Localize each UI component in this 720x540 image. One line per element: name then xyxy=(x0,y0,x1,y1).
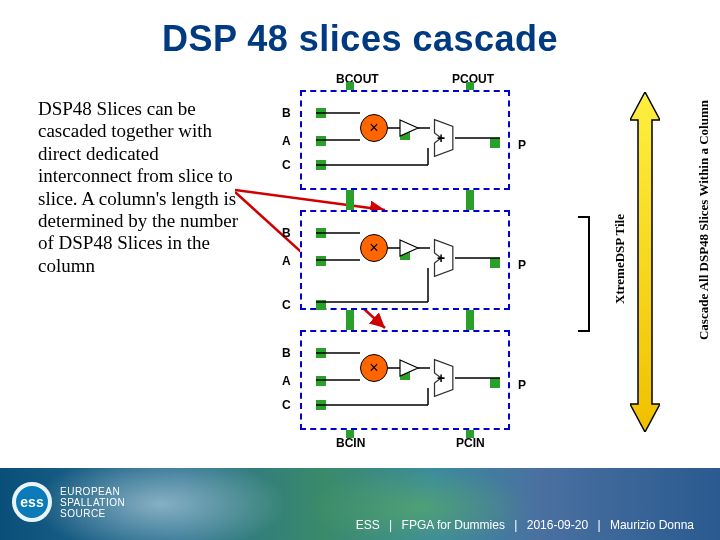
logo-line: SOURCE xyxy=(60,508,125,519)
body-text: DSP48 Slices can be cascaded together wi… xyxy=(38,98,248,277)
port-p-1: P xyxy=(518,138,526,152)
ess-logo-text: EUROPEAN SPALLATION SOURCE xyxy=(60,486,125,519)
port-a-2: A xyxy=(282,254,291,268)
logo-line: EUROPEAN xyxy=(60,486,125,497)
label-bcin: BCIN xyxy=(336,436,365,450)
port-a-3: A xyxy=(282,374,291,388)
column-cascade-arrow xyxy=(630,92,660,432)
tile-bracket xyxy=(578,216,590,332)
port-b-1: B xyxy=(282,106,291,120)
cascade-interconnect xyxy=(466,310,474,330)
slice-wires-1 xyxy=(300,90,510,190)
port-b-3: B xyxy=(282,346,291,360)
separator: | xyxy=(514,518,517,532)
ess-logo-icon: ess xyxy=(12,482,52,522)
footer-date: 2016-09-20 xyxy=(527,518,588,532)
port-a-1: A xyxy=(282,134,291,148)
dsp-cascade-diagram: BCOUT PCOUT B A C P B A C P B A C P BCIN… xyxy=(260,70,560,450)
port-c-3: C xyxy=(282,398,291,412)
ess-logo: ess EUROPEAN SPALLATION SOURCE xyxy=(12,482,125,522)
svg-marker-26 xyxy=(630,92,660,432)
cascade-interconnect xyxy=(346,190,354,210)
svg-marker-5 xyxy=(400,120,418,136)
cascade-interconnect xyxy=(346,430,354,438)
port-p-2: P xyxy=(518,258,526,272)
label-pcin: PCIN xyxy=(456,436,485,450)
cascade-interconnect xyxy=(346,310,354,330)
tile-bracket-label: XtremeDSP Tile xyxy=(612,214,628,304)
column-cascade-label: Cascade All DSP48 Slices Within a Column xyxy=(696,100,712,340)
cascade-interconnect xyxy=(346,82,354,90)
footer-org: ESS xyxy=(356,518,380,532)
content-area: DSP48 Slices can be cascaded together wi… xyxy=(0,70,720,460)
slice-wires-2 xyxy=(300,210,510,310)
cascade-interconnect xyxy=(466,82,474,90)
svg-marker-13 xyxy=(400,240,418,256)
slice-wires-3 xyxy=(300,330,510,430)
port-p-3: P xyxy=(518,378,526,392)
label-bcout: BCOUT xyxy=(336,72,379,86)
footer-metadata: ESS | FPGA for Dummies | 2016-09-20 | Ma… xyxy=(356,518,694,532)
logo-line: SPALLATION xyxy=(60,497,125,508)
cascade-interconnect xyxy=(466,190,474,210)
footer-author: Maurizio Donna xyxy=(610,518,694,532)
cascade-interconnect xyxy=(466,430,474,438)
separator: | xyxy=(597,518,600,532)
port-c-1: C xyxy=(282,158,291,172)
port-b-2: B xyxy=(282,226,291,240)
footer-talk: FPGA for Dummies xyxy=(402,518,505,532)
page-title: DSP 48 slices cascade xyxy=(0,0,720,60)
port-c-2: C xyxy=(282,298,291,312)
separator: | xyxy=(389,518,392,532)
svg-marker-21 xyxy=(400,360,418,376)
